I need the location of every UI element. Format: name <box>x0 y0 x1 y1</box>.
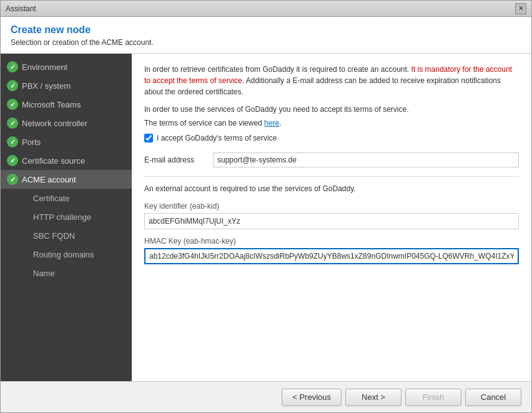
no-icon-http <box>18 211 29 222</box>
page-title: Create new node <box>11 24 521 36</box>
sidebar-item-http-challenge[interactable]: HTTP challenge <box>1 207 132 226</box>
sidebar-item-certificate[interactable]: Certificate <box>1 189 132 207</box>
previous-button[interactable]: < Previous <box>282 389 342 406</box>
tos-checkbox[interactable] <box>144 134 153 142</box>
sidebar-label-acme: ACME account <box>22 175 76 184</box>
info-paragraph-1: In order to retrieve certificates from G… <box>144 64 519 97</box>
hmac-key-group: HMAC Key (eab-hmac-key) <box>144 237 519 264</box>
sidebar-item-network-controller[interactable]: Network controller <box>1 114 132 132</box>
check-icon-environment <box>7 61 18 72</box>
no-icon-name <box>18 267 29 279</box>
page-subtitle: Selection or creation of the ACME accoun… <box>11 38 521 47</box>
sidebar-item-ports[interactable]: Ports <box>1 132 132 151</box>
tos-link[interactable]: here <box>264 119 279 127</box>
assistant-window: Assistant ✕ Create new node Selection or… <box>0 0 532 413</box>
content-area: In order to retrieve certificates from G… <box>132 54 531 381</box>
cancel-button[interactable]: Cancel <box>465 389 521 406</box>
sidebar-label-sbc: SBC FQDN <box>33 231 75 241</box>
sidebar-item-acme-account[interactable]: ACME account <box>1 170 132 189</box>
hmac-label: HMAC Key (eab-hmac-key) <box>144 237 519 246</box>
sidebar-label-certificate: Certificate <box>33 194 70 203</box>
sidebar-item-name[interactable]: Name <box>1 264 132 282</box>
sidebar-label-cert-source: Certificate source <box>22 156 85 166</box>
email-row: E-mail address <box>144 152 519 167</box>
sidebar-item-microsoft-teams[interactable]: Microsoft Teams <box>1 95 132 114</box>
email-label: E-mail address <box>144 156 207 164</box>
sidebar-label-http: HTTP challenge <box>33 212 91 222</box>
check-icon-acme <box>7 174 18 185</box>
sidebar-item-pbx-system[interactable]: PBX / system <box>1 76 132 95</box>
sidebar-label-routing: Routing domains <box>33 250 94 259</box>
sidebar-label-name: Name <box>33 269 55 278</box>
window-title: Assistant <box>6 4 36 13</box>
external-account-text: An external account is required to use t… <box>144 184 519 193</box>
sidebar-item-certificate-source[interactable]: Certificate source <box>1 151 132 170</box>
main-content: Environment PBX / system Microsoft Teams… <box>1 54 531 381</box>
key-id-label: Key identifier (eab-kid) <box>144 202 519 211</box>
hmac-input[interactable] <box>144 248 519 264</box>
sidebar-label-pbx: PBX / system <box>22 81 71 91</box>
no-icon-routing <box>18 249 29 260</box>
tos-text: The terms of service can be viewed <box>144 119 262 127</box>
key-id-group: Key identifier (eab-kid) <box>144 202 519 229</box>
no-icon-certificate <box>18 192 29 204</box>
close-button[interactable]: ✕ <box>515 3 526 14</box>
check-icon-cert-source <box>7 155 18 166</box>
tos-period: . <box>279 119 281 127</box>
title-bar: Assistant ✕ <box>1 1 531 17</box>
check-icon-pbx <box>7 80 18 91</box>
sidebar-label-teams: Microsoft Teams <box>22 100 81 109</box>
email-input[interactable] <box>213 152 519 167</box>
page-header: Create new node Selection or creation of… <box>1 17 531 54</box>
finish-button[interactable]: Finish <box>405 389 461 406</box>
sidebar-label-ports: Ports <box>22 137 41 147</box>
tos-checkbox-label: I accept GoDaddy's terms of service <box>157 134 277 142</box>
check-icon-network <box>7 117 18 129</box>
divider <box>144 176 519 177</box>
no-icon-sbc <box>18 230 29 241</box>
sidebar: Environment PBX / system Microsoft Teams… <box>1 54 132 381</box>
sidebar-item-routing-domains[interactable]: Routing domains <box>1 245 132 264</box>
sidebar-item-environment[interactable]: Environment <box>1 57 132 76</box>
tos-checkbox-row: I accept GoDaddy's terms of service <box>144 134 519 142</box>
next-button[interactable]: Next > <box>345 389 401 406</box>
sidebar-label-environment: Environment <box>22 62 67 72</box>
tos-link-row: The terms of service can be viewed here. <box>144 119 519 127</box>
sidebar-label-network: Network controller <box>22 119 87 128</box>
sidebar-item-sbc-fqdn[interactable]: SBC FQDN <box>1 226 132 245</box>
check-icon-ports <box>7 136 18 147</box>
info-paragraph-2: In order to use the services of GoDaddy … <box>144 105 519 114</box>
key-id-input[interactable] <box>144 213 519 229</box>
check-icon-teams <box>7 99 18 110</box>
footer: < Previous Next > Finish Cancel <box>1 381 531 412</box>
